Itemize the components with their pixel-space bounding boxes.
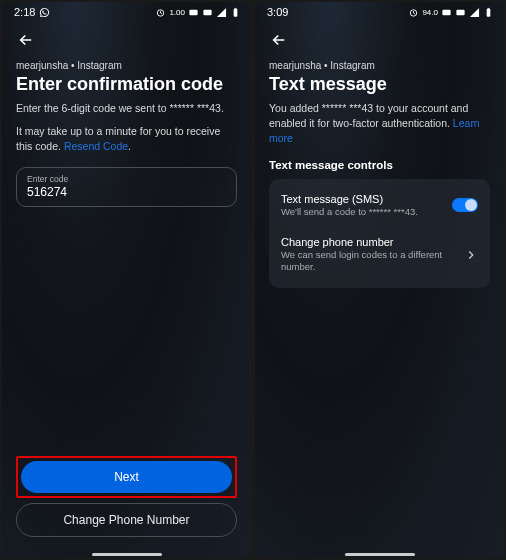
network-icon: [202, 7, 213, 18]
network-icon: [455, 7, 466, 18]
delay-text: It may take up to a minute for you to re…: [16, 124, 237, 154]
back-button[interactable]: [267, 28, 291, 52]
instruction-text: Enter the 6-digit code we sent to ******…: [16, 101, 237, 116]
screen-confirmation: 2:18 1.00 mearjunsha • Instagram Enter c…: [2, 2, 251, 558]
svg-rect-8: [487, 8, 491, 16]
next-button[interactable]: Next: [21, 461, 232, 493]
change-phone-button[interactable]: Change Phone Number: [16, 503, 237, 537]
svg-rect-3: [234, 8, 238, 16]
added-prefix: You added ****** ***43 to your account a…: [269, 102, 468, 129]
battery-percent: 94.0: [422, 8, 438, 17]
status-time: 2:18: [14, 6, 35, 18]
arrow-left-icon: [270, 31, 288, 49]
signal-icon: [216, 7, 227, 18]
back-button[interactable]: [14, 28, 38, 52]
sms-toggle-row[interactable]: Text message (SMS) We'll send a code to …: [281, 189, 478, 222]
section-heading: Text message controls: [269, 159, 490, 171]
alarm-icon: [408, 7, 419, 18]
content-area: mearjunsha • Instagram Text message You …: [255, 20, 504, 551]
svg-rect-7: [456, 9, 464, 15]
delay-suffix: .: [128, 140, 131, 152]
vowifi-icon: [188, 7, 199, 18]
status-bar: 3:09 94.0: [255, 2, 504, 20]
home-indicator[interactable]: [92, 553, 162, 556]
vowifi-icon: [441, 7, 452, 18]
home-indicator[interactable]: [345, 553, 415, 556]
change-number-sub: We can send login codes to a different n…: [281, 249, 456, 274]
sms-sub: We'll send a code to ****** ***43.: [281, 206, 444, 218]
svg-rect-4: [235, 7, 237, 8]
added-text: You added ****** ***43 to your account a…: [269, 101, 490, 147]
battery-icon: [230, 7, 241, 18]
page-title: Text message: [269, 74, 490, 95]
whatsapp-icon: [39, 7, 50, 18]
alarm-icon: [155, 7, 166, 18]
code-input-label: Enter code: [27, 174, 226, 184]
content-area: mearjunsha • Instagram Enter confirmatio…: [2, 20, 251, 551]
change-number-title: Change phone number: [281, 236, 456, 248]
svg-rect-1: [189, 9, 197, 15]
arrow-left-icon: [17, 31, 35, 49]
resend-code-link[interactable]: Resend Code: [64, 140, 128, 152]
sms-toggle[interactable]: [452, 198, 478, 212]
code-input[interactable]: Enter code 516274: [16, 167, 237, 207]
controls-card: Text message (SMS) We'll send a code to …: [269, 179, 490, 288]
highlight-annotation: Next: [16, 456, 237, 498]
breadcrumb: mearjunsha • Instagram: [269, 60, 490, 71]
status-time: 3:09: [267, 6, 288, 18]
battery-icon: [483, 7, 494, 18]
status-bar: 2:18 1.00: [2, 2, 251, 20]
breadcrumb: mearjunsha • Instagram: [16, 60, 237, 71]
change-number-row[interactable]: Change phone number We can send login co…: [281, 232, 478, 278]
battery-percent: 1.00: [169, 8, 185, 17]
code-input-value: 516274: [27, 185, 226, 199]
svg-rect-9: [488, 7, 490, 8]
svg-rect-6: [442, 9, 450, 15]
page-title: Enter confirmation code: [16, 74, 237, 95]
signal-icon: [469, 7, 480, 18]
chevron-right-icon: [464, 248, 478, 262]
screen-text-message: 3:09 94.0 mearjunsha • Instagram Text me…: [255, 2, 504, 558]
svg-rect-2: [203, 9, 211, 15]
sms-title: Text message (SMS): [281, 193, 444, 205]
